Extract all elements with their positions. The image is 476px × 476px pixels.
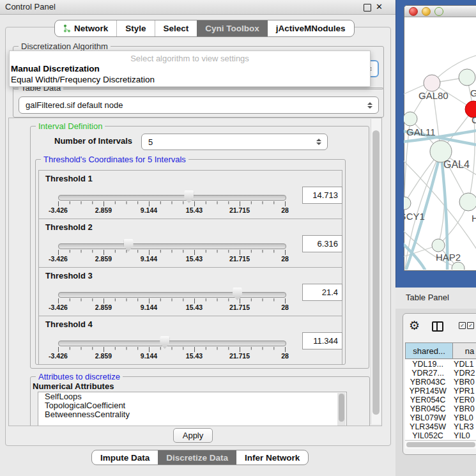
tab-discretize-data[interactable]: Discretize Data (158, 450, 236, 464)
network-node-h[interactable] (459, 193, 476, 211)
tick-label: 28 (281, 303, 289, 311)
attribute-item-selfloops[interactable]: SelfLoops (38, 392, 346, 401)
screen: Control Panel ✕ NetworkStyleSelectCyni T… (0, 0, 476, 476)
settings-scrollbar[interactable] (371, 119, 381, 424)
dropdown-option-equal-width-frequency-discretization[interactable]: Equal Width/Frequency Discretization (10, 74, 370, 85)
table-row[interactable]: YDR27...YDR2 (405, 369, 476, 378)
close-traffic-light-icon[interactable] (409, 7, 418, 16)
gear-icon[interactable]: ⚙ (409, 319, 420, 332)
cell-name: YBL0 (450, 413, 476, 422)
table-row[interactable]: YIL052CYIL0 (405, 431, 476, 440)
network-node-gal11[interactable] (404, 112, 417, 126)
network-node-gcy1[interactable] (404, 197, 411, 210)
table-row[interactable]: YBR043CYBR0 (405, 378, 476, 387)
tab-label: Discretize Data (166, 453, 228, 463)
cell-shared-name: YPR145W (405, 387, 450, 395)
slider-ticks (58, 347, 286, 353)
num-intervals-combobox[interactable]: 5 (141, 134, 328, 150)
node-label: H (472, 213, 476, 224)
tick-label: 21.715 (229, 206, 250, 214)
cell-name: YIL0 (450, 431, 476, 440)
float-window-icon[interactable] (364, 4, 371, 12)
threshold-value-field[interactable]: 11.344 (302, 332, 342, 349)
table-hscrollbar[interactable] (405, 440, 476, 449)
apply-button[interactable]: Apply (173, 428, 213, 443)
slider-ticks (58, 201, 286, 207)
settings-viewport: Interval Definition Number of Intervals … (8, 118, 382, 426)
tick-label: 9.144 (141, 352, 157, 360)
cell-name: YDL1 (450, 360, 476, 369)
tick-label: 9.144 (141, 206, 157, 214)
network-node[interactable] (459, 69, 475, 86)
network-canvas[interactable]: GAL80GAGAL11GAL4GCY1HHAP2C (404, 17, 476, 270)
attribute-item-topologicalcoefficient[interactable]: TopologicalCoefficient (38, 401, 346, 410)
threshold-value-field[interactable]: 21.4 (302, 284, 342, 301)
dropdown-options: Manual DiscretizationEqual Width/Frequen… (10, 63, 370, 85)
column-header-shared[interactable]: shared... (405, 342, 453, 359)
close-icon[interactable]: ✕ (376, 2, 383, 12)
table-row[interactable]: YBL079WYBL0 (405, 413, 476, 422)
thresholds-group-title: Threshold's Coordinates for 5 Intervals (41, 155, 188, 164)
cell-name: YBR0 (450, 378, 476, 387)
tab-jactivemnodules[interactable]: jActiveMNodules (268, 20, 354, 36)
algorithm-dropdown-popup: Select algorithm to view settings Manual… (9, 50, 371, 87)
slider-track[interactable] (58, 341, 286, 346)
numerical-attributes-label: Numerical Attributes (33, 381, 114, 391)
threshold-value-field[interactable]: 14.713 (302, 187, 342, 204)
tick-label: 21.715 (229, 352, 250, 360)
table-data-combobox[interactable]: galFiltered.sif default node (19, 96, 379, 114)
threshold-panel-3: Threshold 3-3.4262.8599.14415.4321.71528… (38, 267, 342, 316)
table-row[interactable]: YDL19...YDL1 (405, 360, 476, 369)
zoom-traffic-light-icon[interactable] (434, 7, 443, 16)
split-columns-icon[interactable] (432, 321, 443, 332)
tab-label: Select (164, 24, 189, 33)
dropdown-option-manual-discretization[interactable]: Manual Discretization (10, 63, 370, 74)
tick-label: 28 (281, 255, 289, 263)
network-node-hap2[interactable] (432, 239, 445, 252)
tick-label: 2.859 (95, 255, 112, 263)
slider-track[interactable] (58, 195, 286, 201)
cell-shared-name: YBL079W (405, 413, 450, 422)
tab-select[interactable]: Select (155, 20, 197, 36)
tab-network[interactable]: Network (55, 20, 116, 36)
tab-label: jActiveMNodules (276, 24, 346, 33)
cell-shared-name: YER054C (405, 395, 450, 404)
column-header-name[interactable]: na (453, 342, 476, 359)
threshold-panel-2: Threshold 2-3.4262.8599.14415.4321.71528… (38, 219, 342, 268)
dropdown-hint: Select algorithm to view settings (10, 51, 370, 63)
threshold-value-field[interactable]: 6.316 (302, 235, 342, 252)
combo-arrows-icon (316, 139, 321, 145)
tick-label: 28 (281, 352, 289, 360)
network-node-gal80[interactable] (424, 75, 440, 91)
slider-track[interactable] (58, 243, 286, 249)
settings-scrollbar-thumb[interactable] (372, 130, 380, 415)
table-hscrollbar-thumb[interactable] (406, 442, 475, 447)
tab-infer-network[interactable]: Infer Network (236, 450, 308, 464)
attribute-item-betweennesscentrality[interactable]: BetweennessCentrality (38, 410, 346, 419)
threshold-label: Threshold 4 (45, 319, 93, 329)
table-panel-title: Table Panel (406, 293, 449, 302)
slider-track[interactable] (58, 292, 286, 298)
tab-impute-data[interactable]: Impute Data (92, 450, 158, 464)
node-label: GA (470, 88, 476, 98)
network-window-titlebar (404, 6, 476, 17)
table-row[interactable]: YPR145WYPR1 (405, 387, 476, 395)
cell-name: YPR1 (450, 387, 476, 395)
attributes-group-title: Attributes to discretize (36, 372, 123, 381)
tab-cyni-toolbox[interactable]: Cyni Toolbox (197, 20, 268, 36)
control-panel-titlebar: Control Panel ✕ (0, 0, 395, 15)
minimize-traffic-light-icon[interactable] (422, 7, 431, 16)
tick-label: 2.859 (95, 303, 112, 311)
tick-label: 15.43 (186, 303, 203, 311)
table-row[interactable]: YER054CYER0 (405, 395, 476, 404)
table-row[interactable]: YBR045CYBR0 (405, 404, 476, 413)
tick-label: -3.426 (49, 206, 68, 214)
checkbox-icon[interactable]: ✓ (467, 322, 474, 329)
tick-label: 9.144 (141, 255, 157, 263)
checkbox-icon[interactable]: ✓ (459, 322, 466, 329)
node-table: ⚙ ✓ ✓ shared... na YDL19...YDL1YDR27...Y… (403, 313, 476, 455)
tab-style[interactable]: Style (116, 20, 154, 36)
list-scrollbar[interactable] (337, 393, 346, 426)
slider-ticks (58, 298, 286, 304)
table-row[interactable]: YLR345WYLR3 (405, 422, 476, 431)
